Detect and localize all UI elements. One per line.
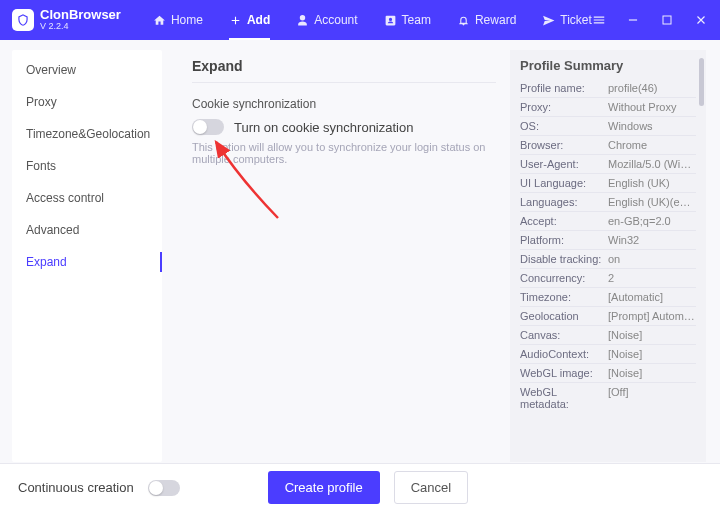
- nav-reward[interactable]: Reward: [457, 0, 516, 40]
- summary-row: WebGL image:[Noise]: [520, 364, 696, 383]
- summary-value: English (UK): [608, 177, 696, 189]
- summary-key: Profile name:: [520, 82, 608, 94]
- cookie-sync-toggle[interactable]: [192, 119, 224, 135]
- summary-key: Concurrency:: [520, 272, 608, 284]
- summary-row: Profile name:profile(46): [520, 79, 696, 98]
- summary-value: [Automatic]: [608, 291, 696, 303]
- sidebar-item-overview[interactable]: Overview: [12, 54, 162, 86]
- summary-key: Geolocation: [520, 310, 608, 322]
- window-controls: [592, 13, 716, 27]
- sidebar: Overview Proxy Timezone&Geolocation Font…: [12, 50, 162, 462]
- summary-key: UI Language:: [520, 177, 608, 189]
- summary-row: Geolocation[Prompt] Automatic: [520, 307, 696, 326]
- cancel-button[interactable]: Cancel: [394, 471, 468, 504]
- summary-value: en-GB;q=2.0: [608, 215, 696, 227]
- summary-value: [Prompt] Automatic: [608, 310, 696, 322]
- minimize-icon[interactable]: [626, 13, 640, 27]
- cookie-sync-label: Cookie synchronization: [192, 97, 496, 111]
- scrollbar-thumb[interactable]: [699, 58, 704, 106]
- summary-value: Win32: [608, 234, 696, 246]
- summary-key: User-Agent:: [520, 158, 608, 170]
- nav-home[interactable]: Home: [153, 0, 203, 40]
- main-panel: Expand Cookie synchronization Turn on co…: [162, 40, 510, 462]
- cookie-sync-hint: This option will allow you to synchroniz…: [192, 141, 496, 165]
- summary-key: Disable tracking:: [520, 253, 608, 265]
- sidebar-item-access[interactable]: Access control: [12, 182, 162, 214]
- top-nav: Home Add Account Team Reward Ticket: [153, 0, 592, 40]
- maximize-icon[interactable]: [660, 13, 674, 27]
- sidebar-item-advanced[interactable]: Advanced: [12, 214, 162, 246]
- summary-row: Browser:Chrome: [520, 136, 696, 155]
- summary-key: Platform:: [520, 234, 608, 246]
- summary-value: on: [608, 253, 696, 265]
- summary-value: [Noise]: [608, 367, 696, 379]
- sidebar-item-proxy[interactable]: Proxy: [12, 86, 162, 118]
- cookie-sync-toggle-label: Turn on cookie synchronization: [234, 120, 413, 135]
- summary-value: [Off]: [608, 386, 696, 410]
- footer: Continuous creation Create profile Cance…: [0, 463, 720, 511]
- app-name: ClonBrowser: [40, 8, 121, 22]
- section-title: Expand: [192, 58, 496, 83]
- summary-value: English (UK)(en-GB): [608, 196, 696, 208]
- summary-value: profile(46): [608, 82, 696, 94]
- nav-team[interactable]: Team: [384, 0, 431, 40]
- summary-row: Timezone:[Automatic]: [520, 288, 696, 307]
- nav-ticket[interactable]: Ticket: [542, 0, 592, 40]
- summary-row: Accept:en-GB;q=2.0: [520, 212, 696, 231]
- summary-value: Chrome: [608, 139, 696, 151]
- summary-row: Canvas:[Noise]: [520, 326, 696, 345]
- summary-value: Mozilla/5.0 (Windows NT 1...: [608, 158, 696, 170]
- summary-value: Windows: [608, 120, 696, 132]
- logo-icon: [12, 9, 34, 31]
- sidebar-item-fonts[interactable]: Fonts: [12, 150, 162, 182]
- summary-row: WebGL metadata:[Off]: [520, 383, 696, 413]
- menu-icon[interactable]: [592, 13, 606, 27]
- summary-row: AudioContext:[Noise]: [520, 345, 696, 364]
- summary-key: Languages:: [520, 196, 608, 208]
- summary-row: Languages:English (UK)(en-GB): [520, 193, 696, 212]
- summary-row: UI Language:English (UK): [520, 174, 696, 193]
- close-icon[interactable]: [694, 13, 708, 27]
- summary-key: Timezone:: [520, 291, 608, 303]
- create-profile-button[interactable]: Create profile: [268, 471, 380, 504]
- summary-row: OS:Windows: [520, 117, 696, 136]
- nav-account[interactable]: Account: [296, 0, 357, 40]
- app-version: V 2.2.4: [40, 22, 121, 31]
- sidebar-item-expand[interactable]: Expand: [12, 246, 162, 278]
- summary-value: 2: [608, 272, 696, 284]
- summary-key: Proxy:: [520, 101, 608, 113]
- summary-row: User-Agent:Mozilla/5.0 (Windows NT 1...: [520, 155, 696, 174]
- summary-title: Profile Summary: [520, 58, 696, 73]
- summary-row: Disable tracking:on: [520, 250, 696, 269]
- summary-value: [Noise]: [608, 348, 696, 360]
- summary-key: WebGL image:: [520, 367, 608, 379]
- summary-key: AudioContext:: [520, 348, 608, 360]
- continuous-creation-toggle[interactable]: [148, 480, 180, 496]
- svg-rect-0: [663, 16, 671, 24]
- summary-value: Without Proxy: [608, 101, 696, 113]
- summary-row: Platform:Win32: [520, 231, 696, 250]
- summary-key: Accept:: [520, 215, 608, 227]
- summary-key: Canvas:: [520, 329, 608, 341]
- continuous-creation-label: Continuous creation: [18, 480, 134, 495]
- summary-value: [Noise]: [608, 329, 696, 341]
- summary-row: Concurrency:2: [520, 269, 696, 288]
- summary-key: OS:: [520, 120, 608, 132]
- summary-row: Proxy:Without Proxy: [520, 98, 696, 117]
- workarea: Overview Proxy Timezone&Geolocation Font…: [0, 40, 720, 462]
- summary-key: Browser:: [520, 139, 608, 151]
- sidebar-item-timezone[interactable]: Timezone&Geolocation: [12, 118, 162, 150]
- nav-add[interactable]: Add: [229, 0, 270, 40]
- summary-key: WebGL metadata:: [520, 386, 608, 410]
- profile-summary: Profile Summary Profile name:profile(46)…: [510, 50, 706, 462]
- titlebar: ClonBrowser V 2.2.4 Home Add Account Tea…: [0, 0, 720, 40]
- app-logo: ClonBrowser V 2.2.4: [12, 8, 121, 31]
